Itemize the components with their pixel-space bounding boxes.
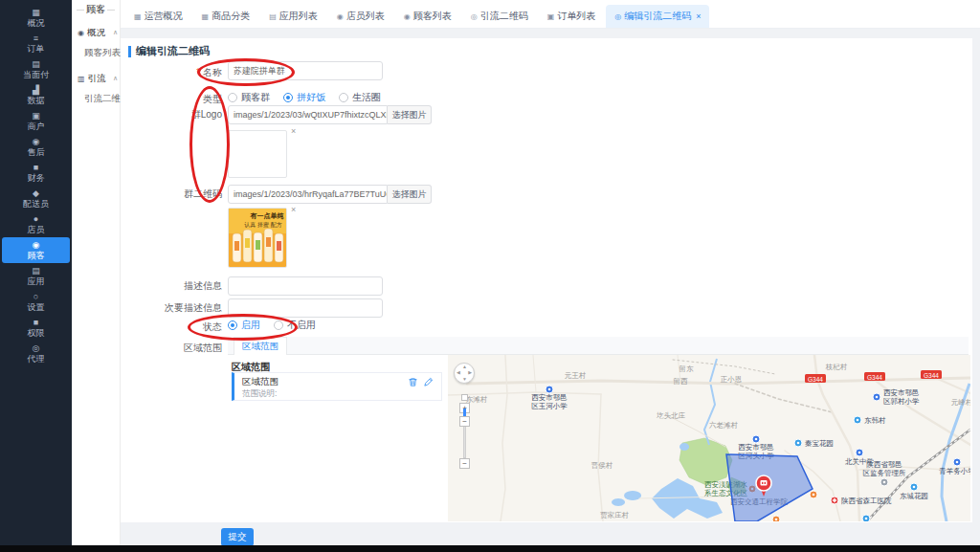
close-tab-icon[interactable]: × <box>696 11 701 21</box>
pan-down-icon[interactable]: ▼ <box>462 377 467 382</box>
person-icon: ◉ <box>337 12 344 21</box>
tab-6[interactable]: ▣订单列表 <box>539 5 605 28</box>
radio-pinhaofan[interactable]: 拼好饭 <box>283 91 325 104</box>
pay-icon: ▤ <box>32 60 40 69</box>
region-map[interactable]: G344G344G344元王村留东留西正小恩枝杞村圪头北庄六老滩村元峰村晋侯村贾… <box>448 355 970 521</box>
rail-item-overview[interactable]: ▦概况 <box>0 5 72 31</box>
sidebar-group-1[interactable]: ▥引流∧ <box>72 68 120 89</box>
svg-text:陕西省鄠邑: 陕西省鄠邑 <box>866 460 902 469</box>
rail-item-settings[interactable]: ○设置 <box>0 289 72 315</box>
group-qrcode-input[interactable]: images/1/2023/03/hrRyqafLa77BE7TuUQ9Nwb1… <box>228 185 388 204</box>
tab-7[interactable]: ◎编辑引流二维码× <box>606 5 709 28</box>
group-logo-input[interactable]: images/1/2023/03/wQtIXUP7fhixtzcQLXKBuyQ… <box>228 105 388 124</box>
order-icon: ▣ <box>547 12 555 21</box>
choose-logo-button[interactable]: 选择图片 <box>388 105 432 124</box>
svg-text:西安市鄠邑: 西安市鄠邑 <box>531 393 568 402</box>
region-card[interactable]: 区域范围 范围说明: <box>232 372 442 401</box>
sidebar-title: 顾客 <box>72 3 120 16</box>
tab-5[interactable]: ◎引流二维码 <box>462 5 537 28</box>
name-input[interactable]: 苏建院拼单群 <box>228 61 383 80</box>
screen-bottom-edge <box>0 545 980 552</box>
submit-button[interactable]: 提交 <box>221 528 254 546</box>
staff-icon: ● <box>33 215 38 224</box>
rail-item-pay[interactable]: ▤当面付 <box>0 56 72 82</box>
pan-right-icon[interactable]: ▶ <box>468 370 472 375</box>
radio-dot <box>274 320 283 330</box>
rail-item-aftersale[interactable]: ◉售后 <box>0 134 72 160</box>
desc2-input[interactable] <box>228 298 383 318</box>
radio-disabled[interactable]: 不启用 <box>274 319 316 332</box>
app-window: ▦概况≡订单▤当面付▟数据▣商户◉售后■财务◆配送员●店员◉顾客▤应用○设置■权… <box>0 0 980 545</box>
rail-item-agent[interactable]: ◎代理 <box>0 341 72 366</box>
rail-item-apps[interactable]: ▤应用 <box>0 263 72 289</box>
qr-icon: ◎ <box>471 12 478 21</box>
grid-icon: ▦ <box>202 12 210 21</box>
remove-logo-icon[interactable]: × <box>291 126 296 136</box>
svg-text:认真 择蜜 配方: 认真 择蜜 配方 <box>244 221 281 229</box>
choose-qrcode-button[interactable]: 选择图片 <box>388 185 432 204</box>
sidebar-item-1-0[interactable]: 引流二维码 <box>72 89 120 108</box>
screen: ▦概况≡订单▤当面付▟数据▣商户◉售后■财务◆配送员●店员◉顾客▤应用○设置■权… <box>0 0 980 552</box>
status-label: 状态 <box>131 320 222 334</box>
map-zoom-control: ▲ ▼ ◀ ▶ + − − <box>454 363 475 384</box>
overview-icon: ▦ <box>32 9 40 17</box>
region-tab[interactable]: 区域范围 <box>234 337 287 355</box>
merchant-icon: ▣ <box>32 112 40 121</box>
svg-text:陕西省森工医院: 陕西省森工医院 <box>841 497 892 505</box>
map-label: 贾家庄村 <box>600 511 630 519</box>
map-label: 元王村 <box>565 371 587 380</box>
pan-up-icon[interactable]: ▲ <box>462 364 467 369</box>
zoom-slider-handle[interactable]: − <box>459 416 470 427</box>
map-scale-toggle[interactable] <box>461 394 468 401</box>
tab-4[interactable]: ◉顾客列表 <box>395 5 460 28</box>
collapse-icon[interactable]: ∧ <box>113 29 118 36</box>
road-badge: G344 <box>805 374 826 383</box>
desc-input[interactable] <box>228 276 383 296</box>
svg-text:区监务管理所: 区监务管理所 <box>863 469 907 477</box>
rail-item-merchant[interactable]: ▣商户 <box>0 108 72 134</box>
svg-text:G344: G344 <box>867 374 882 381</box>
tab-1[interactable]: ▦商品分类 <box>193 5 259 28</box>
zoom-out-button[interactable]: − <box>459 458 470 469</box>
page-title-text: 编辑引流二维码 <box>136 44 210 58</box>
radio-life-circle[interactable]: 生活圈 <box>339 91 381 104</box>
map-pan-compass[interactable]: ▲ ▼ ◀ ▶ <box>454 363 475 384</box>
rail-item-permission[interactable]: ■权限 <box>0 315 72 341</box>
rail-item-customer[interactable]: ◉顾客 <box>2 237 70 263</box>
remove-qrcode-icon[interactable]: × <box>291 205 296 214</box>
map-label: 枝杞村 <box>825 363 848 371</box>
collapse-icon[interactable]: ∧ <box>113 75 118 82</box>
rail-item-staff[interactable]: ●店员 <box>0 211 72 237</box>
status-radio-group: 启用 不启用 <box>228 319 329 332</box>
tab-0[interactable]: ▦运营概况 <box>125 5 191 28</box>
orders-icon: ≡ <box>33 34 38 43</box>
pan-left-icon[interactable]: ◀ <box>457 370 460 375</box>
tab-3[interactable]: ◉店员列表 <box>328 5 393 28</box>
radio-customer-group[interactable]: 顾客群 <box>228 91 270 104</box>
rail-item-orders[interactable]: ≡订单 <box>0 31 72 56</box>
sidebar-item-0-0[interactable]: 顾客列表 <box>72 43 120 62</box>
region-tab-strip <box>228 337 969 355</box>
map-label: 六老滩村 <box>709 421 739 430</box>
rail-item-finance[interactable]: ■财务 <box>0 160 72 186</box>
radio-enabled[interactable]: 启用 <box>228 319 260 332</box>
sidebar-group-0[interactable]: ◉概况∧ <box>72 22 120 43</box>
desc-label: 描述信息 <box>131 279 222 293</box>
radio-dot <box>228 93 237 102</box>
rail-item-delivery[interactable]: ◆配送员 <box>0 186 72 211</box>
map-label <box>862 515 870 521</box>
svg-text:东韩村: 东韩村 <box>864 416 886 425</box>
svg-text:区郭村小学: 区郭村小学 <box>883 397 920 406</box>
road-badge: G344 <box>921 370 942 379</box>
secondary-sidebar: 顾客 ◉概况∧顾客列表▥引流∧引流二维码 <box>72 0 121 545</box>
road-badge: G344 <box>864 372 885 381</box>
region-label: 区域范围 <box>131 342 222 355</box>
map-canvas: G344G344G344元王村留东留西正小恩枝杞村圪头北庄六老滩村元峰村晋侯村贾… <box>448 355 970 521</box>
svg-text:枝杞村: 枝杞村 <box>825 363 848 371</box>
data-icon: ▟ <box>33 86 39 95</box>
delete-region-icon[interactable] <box>408 377 418 387</box>
svg-text:青羊务小学: 青羊务小学 <box>939 467 970 475</box>
edit-region-icon[interactable] <box>423 377 434 387</box>
tab-2[interactable]: ▤应用列表 <box>260 5 326 28</box>
rail-item-data[interactable]: ▟数据 <box>0 82 72 108</box>
